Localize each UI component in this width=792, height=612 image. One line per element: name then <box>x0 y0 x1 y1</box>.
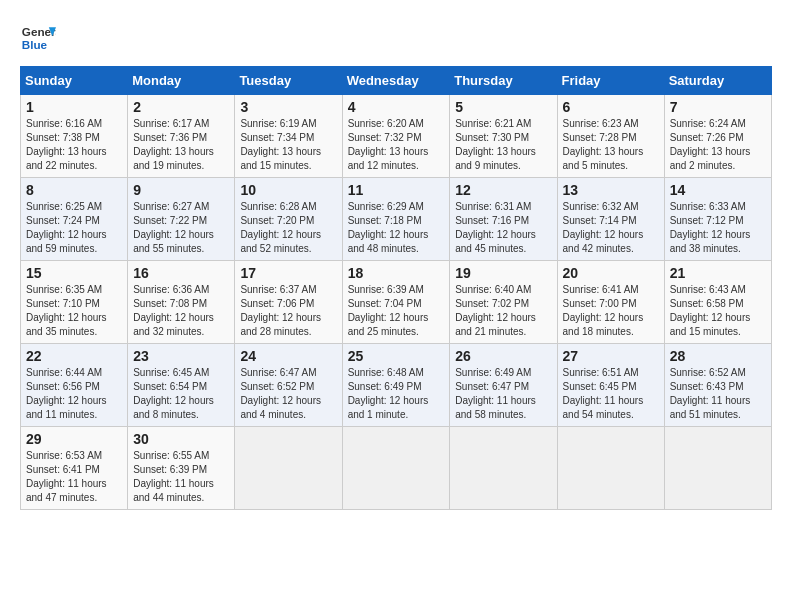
calendar-cell <box>450 427 557 510</box>
day-number: 2 <box>133 99 229 115</box>
day-number: 25 <box>348 348 445 364</box>
calendar-cell: 17Sunrise: 6:37 AM Sunset: 7:06 PM Dayli… <box>235 261 342 344</box>
calendar-cell: 20Sunrise: 6:41 AM Sunset: 7:00 PM Dayli… <box>557 261 664 344</box>
day-detail: Sunrise: 6:17 AM Sunset: 7:36 PM Dayligh… <box>133 117 229 173</box>
calendar-cell: 1Sunrise: 6:16 AM Sunset: 7:38 PM Daylig… <box>21 95 128 178</box>
day-detail: Sunrise: 6:21 AM Sunset: 7:30 PM Dayligh… <box>455 117 551 173</box>
calendar-cell: 3Sunrise: 6:19 AM Sunset: 7:34 PM Daylig… <box>235 95 342 178</box>
calendar-week-2: 8Sunrise: 6:25 AM Sunset: 7:24 PM Daylig… <box>21 178 772 261</box>
calendar-cell: 5Sunrise: 6:21 AM Sunset: 7:30 PM Daylig… <box>450 95 557 178</box>
day-detail: Sunrise: 6:55 AM Sunset: 6:39 PM Dayligh… <box>133 449 229 505</box>
day-detail: Sunrise: 6:47 AM Sunset: 6:52 PM Dayligh… <box>240 366 336 422</box>
day-detail: Sunrise: 6:16 AM Sunset: 7:38 PM Dayligh… <box>26 117 122 173</box>
svg-text:Blue: Blue <box>22 38 48 51</box>
day-number: 13 <box>563 182 659 198</box>
day-number: 29 <box>26 431 122 447</box>
calendar-header-row: SundayMondayTuesdayWednesdayThursdayFrid… <box>21 67 772 95</box>
day-number: 6 <box>563 99 659 115</box>
day-number: 18 <box>348 265 445 281</box>
calendar-week-1: 1Sunrise: 6:16 AM Sunset: 7:38 PM Daylig… <box>21 95 772 178</box>
calendar-cell: 10Sunrise: 6:28 AM Sunset: 7:20 PM Dayli… <box>235 178 342 261</box>
day-number: 15 <box>26 265 122 281</box>
day-number: 24 <box>240 348 336 364</box>
logo-icon: General Blue <box>20 20 56 56</box>
day-number: 1 <box>26 99 122 115</box>
day-detail: Sunrise: 6:39 AM Sunset: 7:04 PM Dayligh… <box>348 283 445 339</box>
day-detail: Sunrise: 6:40 AM Sunset: 7:02 PM Dayligh… <box>455 283 551 339</box>
day-detail: Sunrise: 6:49 AM Sunset: 6:47 PM Dayligh… <box>455 366 551 422</box>
day-number: 14 <box>670 182 766 198</box>
calendar-cell: 24Sunrise: 6:47 AM Sunset: 6:52 PM Dayli… <box>235 344 342 427</box>
calendar-cell <box>664 427 771 510</box>
day-detail: Sunrise: 6:43 AM Sunset: 6:58 PM Dayligh… <box>670 283 766 339</box>
calendar-table: SundayMondayTuesdayWednesdayThursdayFrid… <box>20 66 772 510</box>
day-detail: Sunrise: 6:19 AM Sunset: 7:34 PM Dayligh… <box>240 117 336 173</box>
column-header-friday: Friday <box>557 67 664 95</box>
day-number: 22 <box>26 348 122 364</box>
day-number: 19 <box>455 265 551 281</box>
calendar-cell: 11Sunrise: 6:29 AM Sunset: 7:18 PM Dayli… <box>342 178 450 261</box>
calendar-cell: 27Sunrise: 6:51 AM Sunset: 6:45 PM Dayli… <box>557 344 664 427</box>
page-header: General Blue <box>20 20 772 56</box>
day-number: 27 <box>563 348 659 364</box>
column-header-thursday: Thursday <box>450 67 557 95</box>
calendar-cell <box>235 427 342 510</box>
day-detail: Sunrise: 6:52 AM Sunset: 6:43 PM Dayligh… <box>670 366 766 422</box>
day-number: 26 <box>455 348 551 364</box>
calendar-cell: 15Sunrise: 6:35 AM Sunset: 7:10 PM Dayli… <box>21 261 128 344</box>
day-detail: Sunrise: 6:32 AM Sunset: 7:14 PM Dayligh… <box>563 200 659 256</box>
day-number: 7 <box>670 99 766 115</box>
day-detail: Sunrise: 6:51 AM Sunset: 6:45 PM Dayligh… <box>563 366 659 422</box>
calendar-cell: 2Sunrise: 6:17 AM Sunset: 7:36 PM Daylig… <box>128 95 235 178</box>
day-number: 17 <box>240 265 336 281</box>
column-header-sunday: Sunday <box>21 67 128 95</box>
calendar-cell: 13Sunrise: 6:32 AM Sunset: 7:14 PM Dayli… <box>557 178 664 261</box>
calendar-cell: 4Sunrise: 6:20 AM Sunset: 7:32 PM Daylig… <box>342 95 450 178</box>
day-number: 20 <box>563 265 659 281</box>
day-detail: Sunrise: 6:25 AM Sunset: 7:24 PM Dayligh… <box>26 200 122 256</box>
calendar-cell: 23Sunrise: 6:45 AM Sunset: 6:54 PM Dayli… <box>128 344 235 427</box>
day-number: 11 <box>348 182 445 198</box>
day-detail: Sunrise: 6:48 AM Sunset: 6:49 PM Dayligh… <box>348 366 445 422</box>
day-number: 3 <box>240 99 336 115</box>
day-number: 10 <box>240 182 336 198</box>
column-header-wednesday: Wednesday <box>342 67 450 95</box>
day-detail: Sunrise: 6:53 AM Sunset: 6:41 PM Dayligh… <box>26 449 122 505</box>
calendar-cell: 25Sunrise: 6:48 AM Sunset: 6:49 PM Dayli… <box>342 344 450 427</box>
day-detail: Sunrise: 6:29 AM Sunset: 7:18 PM Dayligh… <box>348 200 445 256</box>
calendar-week-4: 22Sunrise: 6:44 AM Sunset: 6:56 PM Dayli… <box>21 344 772 427</box>
day-detail: Sunrise: 6:37 AM Sunset: 7:06 PM Dayligh… <box>240 283 336 339</box>
calendar-week-3: 15Sunrise: 6:35 AM Sunset: 7:10 PM Dayli… <box>21 261 772 344</box>
day-number: 8 <box>26 182 122 198</box>
day-number: 12 <box>455 182 551 198</box>
calendar-cell: 21Sunrise: 6:43 AM Sunset: 6:58 PM Dayli… <box>664 261 771 344</box>
calendar-cell: 8Sunrise: 6:25 AM Sunset: 7:24 PM Daylig… <box>21 178 128 261</box>
calendar-cell: 14Sunrise: 6:33 AM Sunset: 7:12 PM Dayli… <box>664 178 771 261</box>
day-number: 5 <box>455 99 551 115</box>
day-detail: Sunrise: 6:24 AM Sunset: 7:26 PM Dayligh… <box>670 117 766 173</box>
calendar-cell: 9Sunrise: 6:27 AM Sunset: 7:22 PM Daylig… <box>128 178 235 261</box>
calendar-week-5: 29Sunrise: 6:53 AM Sunset: 6:41 PM Dayli… <box>21 427 772 510</box>
logo: General Blue <box>20 20 56 56</box>
calendar-cell: 7Sunrise: 6:24 AM Sunset: 7:26 PM Daylig… <box>664 95 771 178</box>
calendar-cell: 16Sunrise: 6:36 AM Sunset: 7:08 PM Dayli… <box>128 261 235 344</box>
calendar-cell: 29Sunrise: 6:53 AM Sunset: 6:41 PM Dayli… <box>21 427 128 510</box>
day-number: 4 <box>348 99 445 115</box>
column-header-saturday: Saturday <box>664 67 771 95</box>
day-number: 9 <box>133 182 229 198</box>
calendar-cell <box>557 427 664 510</box>
calendar-cell: 28Sunrise: 6:52 AM Sunset: 6:43 PM Dayli… <box>664 344 771 427</box>
day-number: 21 <box>670 265 766 281</box>
day-detail: Sunrise: 6:23 AM Sunset: 7:28 PM Dayligh… <box>563 117 659 173</box>
day-detail: Sunrise: 6:41 AM Sunset: 7:00 PM Dayligh… <box>563 283 659 339</box>
day-number: 30 <box>133 431 229 447</box>
calendar-cell: 6Sunrise: 6:23 AM Sunset: 7:28 PM Daylig… <box>557 95 664 178</box>
calendar-cell: 30Sunrise: 6:55 AM Sunset: 6:39 PM Dayli… <box>128 427 235 510</box>
calendar-cell <box>342 427 450 510</box>
day-detail: Sunrise: 6:36 AM Sunset: 7:08 PM Dayligh… <box>133 283 229 339</box>
day-detail: Sunrise: 6:45 AM Sunset: 6:54 PM Dayligh… <box>133 366 229 422</box>
column-header-tuesday: Tuesday <box>235 67 342 95</box>
day-detail: Sunrise: 6:35 AM Sunset: 7:10 PM Dayligh… <box>26 283 122 339</box>
calendar-cell: 26Sunrise: 6:49 AM Sunset: 6:47 PM Dayli… <box>450 344 557 427</box>
calendar-cell: 18Sunrise: 6:39 AM Sunset: 7:04 PM Dayli… <box>342 261 450 344</box>
